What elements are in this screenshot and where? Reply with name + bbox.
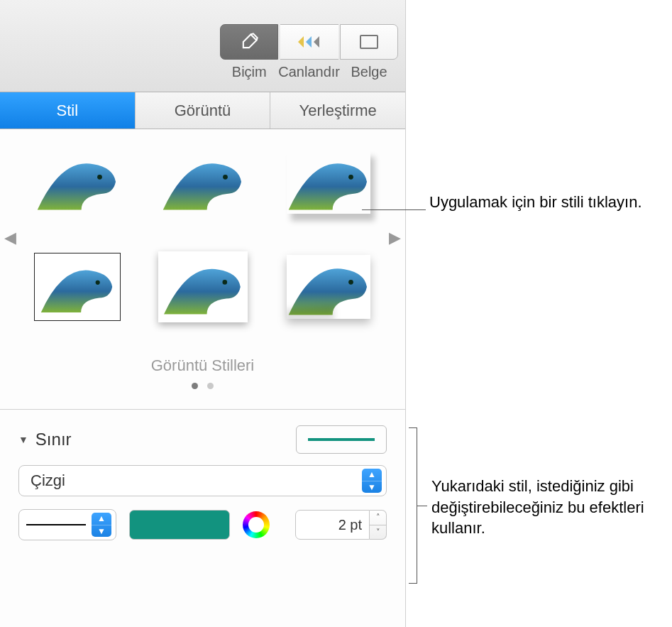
border-preview-line	[308, 438, 375, 441]
border-color-swatch[interactable]	[129, 510, 230, 540]
animate-button[interactable]	[280, 24, 338, 60]
border-width-stepper[interactable]: ˄˅	[370, 510, 387, 540]
document-button[interactable]	[340, 24, 398, 60]
page-dot-1[interactable]	[192, 383, 198, 389]
inspector-tabs: Stil Görüntü Yerleştirme	[0, 92, 405, 129]
styles-pager	[14, 379, 391, 392]
svg-point-4	[95, 280, 99, 285]
svg-rect-0	[360, 36, 378, 48]
callout-click-style: Uygulamak için bir stili tıklayın.	[429, 192, 642, 213]
border-title: Sınır	[35, 430, 72, 449]
border-section: ▼ Sınır Çizgi ▲▼ ▲▼ 2 pt ˄˅	[0, 410, 405, 562]
format-label: Biçim	[232, 64, 267, 80]
border-preview[interactable]	[296, 425, 387, 454]
document-icon	[359, 34, 379, 50]
color-wheel-button[interactable]	[243, 511, 270, 538]
svg-point-1	[97, 175, 102, 180]
line-style-preview	[26, 524, 86, 525]
select-arrows-icon: ▲▼	[362, 469, 382, 493]
page-dot-2[interactable]	[207, 383, 214, 389]
styles-next-icon[interactable]: ▶	[389, 229, 401, 247]
line-style-select[interactable]: ▲▼	[18, 509, 116, 540]
format-button[interactable]	[220, 24, 278, 60]
styles-prev-icon[interactable]: ◀	[4, 229, 16, 247]
styles-caption: Görüntü Stilleri	[14, 356, 391, 375]
brush-icon	[239, 32, 259, 52]
animate-label: Canlandır	[278, 64, 340, 80]
disclosure-triangle-icon[interactable]: ▼	[18, 434, 28, 445]
tab-arrange[interactable]: Yerleştirme	[270, 92, 405, 129]
border-type-value: Çizgi	[31, 471, 65, 490]
tab-style[interactable]: Stil	[0, 92, 136, 129]
style-thumb-curl[interactable]	[282, 251, 375, 322]
document-label: Belge	[351, 64, 387, 80]
svg-point-5	[222, 280, 227, 285]
callout-leader-1	[362, 209, 426, 210]
select-arrows-icon: ▲▼	[92, 513, 111, 537]
style-thumb-frame[interactable]	[31, 251, 123, 322]
style-thumb-reflect[interactable]	[157, 146, 249, 217]
svg-point-3	[348, 175, 353, 180]
chevron-up-icon: ˄	[370, 511, 386, 525]
image-styles-section: ◀ ▶ Görüntü Stilleri	[0, 129, 405, 410]
callout-bracket	[409, 427, 417, 584]
svg-point-6	[348, 280, 353, 285]
inspector-panel: Biçim Canlandır Belge Stil Görüntü Yerle…	[0, 0, 406, 627]
callout-leader-2	[417, 506, 427, 506]
style-thumb-shadow[interactable]	[282, 146, 375, 217]
tab-image[interactable]: Görüntü	[136, 92, 271, 129]
toolbar: Biçim Canlandır Belge	[0, 0, 405, 92]
chevron-down-icon: ˅	[370, 525, 386, 540]
callout-effects-note: Yukarıdaki stil, istediğiniz gibi değişt…	[431, 476, 659, 539]
border-type-select[interactable]: Çizgi ▲▼	[18, 465, 387, 496]
style-thumb-polaroid[interactable]	[157, 251, 249, 322]
style-thumb-plain[interactable]	[31, 146, 123, 217]
svg-point-2	[223, 175, 228, 180]
animate-icon	[297, 34, 322, 50]
border-width-field[interactable]: 2 pt	[295, 510, 370, 540]
